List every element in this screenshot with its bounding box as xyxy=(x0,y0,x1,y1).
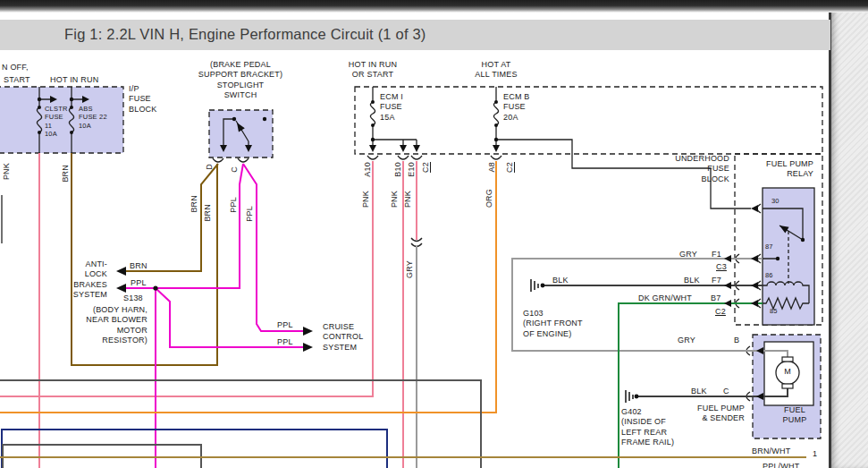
label-connector-label-c2-2: C2 xyxy=(505,162,515,173)
figure-title-bar: Fig 1: 2.2L VIN H, Engine Performance Ci… xyxy=(0,20,830,50)
wire-brn-feed xyxy=(72,153,217,365)
label-wire-label-blk-1: BLK xyxy=(684,276,700,285)
label-connector-label-c2-3: C2 xyxy=(715,307,726,317)
label-wire-label-ppl-2: PPL xyxy=(245,206,255,222)
label-wire-label-pnk-3: PNK xyxy=(390,191,400,208)
underhood-relay-column-box xyxy=(735,154,822,325)
label-wire-label-org: ORG xyxy=(485,189,494,208)
label-wire-label-brn-1: BRN xyxy=(61,165,71,183)
label-pin-label-f7: F7 xyxy=(712,276,721,285)
label-wire-label-pplwht: PPL/WHT xyxy=(763,462,799,468)
label-pin-label-a10: A10 xyxy=(363,162,373,177)
label-wire-label-ppl-4: PPL xyxy=(277,320,293,330)
label-ground-g402-label: G402 (INSIDE OF LEFT REAR FRAME RAIL) xyxy=(621,407,674,447)
ip-fuse-block-box xyxy=(0,87,123,153)
label-power-label-left-2: START xyxy=(4,75,30,85)
fuel-pump-motor-frame xyxy=(764,342,813,405)
junction-dots xyxy=(38,98,805,399)
label-connector-label-c3: C3 xyxy=(716,262,727,272)
wire-ppl-to-cruise-1 xyxy=(243,164,309,331)
window-top-gradient xyxy=(0,0,868,13)
label-power-label-ecm-b: HOT AT ALL TIMES xyxy=(475,60,517,81)
label-relay-pin-85: 85 xyxy=(770,307,778,315)
wire-org-a8 xyxy=(0,161,496,413)
label-wire-label-blk-2: BLK xyxy=(552,276,569,285)
label-wire-label-blk-3: BLK xyxy=(691,387,707,396)
label-pin-label-b: B xyxy=(734,336,739,345)
label-wire-label-gry-3: GRY xyxy=(678,336,695,345)
label-page-ref-1: 1 xyxy=(813,449,817,459)
page-edge xyxy=(829,0,831,468)
label-wire-label-pnk-4: PNK xyxy=(403,191,413,208)
label-wire-label-pnk-1: PNK xyxy=(2,163,12,180)
label-fuel-pump-relay-label: FUEL PUMP RELAY xyxy=(766,159,813,180)
label-wire-label-ppl-1: PPL xyxy=(229,197,239,213)
label-wire-label-brn-3: BRN xyxy=(203,204,213,222)
wire-ppl-to-cruise-2 xyxy=(156,288,309,347)
diagram-labels: N OFF,STARTHOT IN RUNCLSTR FUSE 11 10AAB… xyxy=(0,0,868,468)
label-pin-label-a8: A8 xyxy=(487,162,497,172)
label-wire-label-ppl-5: PPL xyxy=(277,337,293,347)
wire-darkgray-1 xyxy=(0,380,481,468)
label-relay-pin-87: 87 xyxy=(765,243,773,251)
label-relay-pin-86: 86 xyxy=(765,271,773,279)
stoplight-switch-box xyxy=(209,110,273,157)
wire-darkgray-2 xyxy=(3,445,201,468)
wire-dkgrnwht xyxy=(619,303,763,468)
label-abs-fuse-label: ABS FUSE 22 10A xyxy=(79,105,107,130)
wiring-diagram-canvas xyxy=(0,0,868,468)
label-motor-letter: M xyxy=(784,367,791,377)
label-fuel-pump-sender-label: FUEL PUMP & SENDER xyxy=(697,404,745,424)
label-wire-label-gry-1: GRY xyxy=(405,260,415,278)
label-wire-label-dkgrnwht: DK GRN/WHT xyxy=(638,294,692,303)
label-fuel-pump-label: FUEL PUMP xyxy=(783,405,807,426)
label-pin-label-e10: E10 xyxy=(407,162,417,177)
label-wire-label-brn-4: BRN xyxy=(130,261,147,271)
label-pin-label-d: D xyxy=(205,164,215,170)
wire-blk-g402 xyxy=(638,388,788,396)
figure-title: Fig 1: 2.2L VIN H, Engine Performance Ci… xyxy=(64,26,426,43)
label-pin-label-b10: B10 xyxy=(393,162,403,177)
label-ground-g103-label: G103 (RIGHT FRONT OF ENGINE) xyxy=(523,309,583,339)
label-clstr-fuse-label: CLSTR FUSE 11 10A xyxy=(45,105,68,139)
label-wire-label-ppl-3: PPL xyxy=(131,278,147,288)
wire-gry-loop xyxy=(512,259,788,358)
app-background xyxy=(830,0,868,468)
label-ecm-i-fuse-label: ECM I FUSE 15A xyxy=(380,92,403,123)
label-power-label-hot-in-run: HOT IN RUN xyxy=(50,75,98,85)
flow-arrows xyxy=(50,96,789,400)
label-underhood-fuse-block-label: UNDERHOOD FUSE BLOCK xyxy=(675,154,729,184)
label-pin-label-f1: F1 xyxy=(712,250,721,260)
label-power-label-ecm-i: HOT IN RUN OR START xyxy=(349,60,397,81)
underhood-fuse-strip-box xyxy=(355,87,822,154)
label-ecm-b-fuse-label: ECM B FUSE 20A xyxy=(503,92,530,123)
label-pin-label-b7: B7 xyxy=(711,294,721,303)
label-connector-label-c2-1: C2 xyxy=(421,162,431,173)
label-antilock-brakes-label: ANTI- LOCK BRAKES SYSTEM xyxy=(73,260,107,300)
label-relay-pin-30: 30 xyxy=(771,197,780,205)
fuel-pump-box xyxy=(753,335,821,438)
label-stoplight-switch-label: (BRAKE PEDAL SUPPORT BRACKET) STOPLIGHT … xyxy=(198,60,282,100)
label-splice-s138-label: S138 xyxy=(123,294,143,303)
label-pin-label-c: C xyxy=(230,166,240,173)
label-power-label-left-1: N OFF, xyxy=(2,63,29,72)
diagram-page: Fig 1: 2.2L VIN H, Engine Performance Ci… xyxy=(0,0,868,468)
label-splice-s138-location: (BODY HARN, NEAR BLOWER MOTOR RESISTOR) xyxy=(86,305,147,345)
wire-brn-to-abs xyxy=(118,164,218,271)
wire-blue xyxy=(2,430,387,468)
fuel-pump-relay-box xyxy=(763,188,814,325)
wire-ppl-to-abs xyxy=(118,164,243,288)
label-wire-label-pnk-2: PNK xyxy=(361,191,371,208)
wire-pnk-a10 xyxy=(0,161,373,396)
label-wire-label-brn-2: BRN xyxy=(190,195,199,213)
label-cruise-control-label: CRUISE CONTROL SYSTEM xyxy=(323,322,363,353)
label-wire-label-gry-2: GRY xyxy=(679,250,697,260)
label-wire-label-brnwht: BRN/WHT xyxy=(752,447,790,456)
label-pin-label-c2: C xyxy=(723,387,729,396)
label-ip-fuse-block-label: I/P FUSE BLOCK xyxy=(129,84,157,115)
motor-icon xyxy=(776,362,799,385)
